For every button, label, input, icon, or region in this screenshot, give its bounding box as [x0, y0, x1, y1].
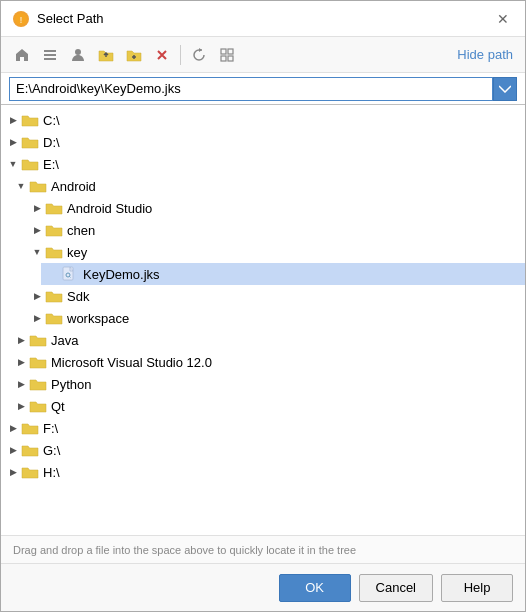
list-view-button[interactable]	[37, 42, 63, 68]
svg-rect-8	[221, 56, 226, 61]
label-workspace: workspace	[67, 311, 129, 326]
status-bar: Drag and drop a file into the space abov…	[1, 535, 525, 563]
folder-chen-icon	[45, 223, 63, 237]
label-qt: Qt	[51, 399, 65, 414]
tree-item-f[interactable]: ▶ F:\	[1, 417, 525, 439]
expand-c-icon[interactable]: ▶	[5, 112, 21, 128]
home-button[interactable]	[9, 42, 35, 68]
dropdown-arrow-icon	[499, 85, 511, 93]
label-keydemo: KeyDemo.jks	[83, 267, 160, 282]
toolbar-separator	[180, 45, 181, 65]
tree-item-d[interactable]: ▶ D:\	[1, 131, 525, 153]
folder-mvs-icon	[29, 355, 47, 369]
tree-item-h[interactable]: ▶ H:\	[1, 461, 525, 483]
delete-button[interactable]	[149, 42, 175, 68]
expand-chen-icon[interactable]: ▶	[29, 222, 45, 238]
folder-d-icon	[21, 135, 39, 149]
toolbar: Hide path	[1, 37, 525, 73]
new-folder-button[interactable]	[121, 42, 147, 68]
expand-android-icon[interactable]: ▼	[13, 178, 29, 194]
tree-item-android[interactable]: ▼ Android	[9, 175, 525, 197]
status-text: Drag and drop a file into the space abov…	[13, 544, 356, 556]
folder-qt-icon	[29, 399, 47, 413]
tree-item-key[interactable]: ▼ key	[25, 241, 525, 263]
folder-e-icon	[21, 157, 39, 171]
folder-g-icon	[21, 443, 39, 457]
svg-rect-3	[44, 54, 56, 56]
label-key: key	[67, 245, 87, 260]
hide-path-button[interactable]: Hide path	[453, 45, 517, 64]
tree-item-android-studio[interactable]: ▶ Android Studio	[25, 197, 525, 219]
label-python: Python	[51, 377, 91, 392]
expand-qt-icon[interactable]: ▶	[13, 398, 29, 414]
label-java: Java	[51, 333, 78, 348]
title-bar: ! Select Path ✕	[1, 1, 525, 37]
expand-h-icon[interactable]: ▶	[5, 464, 21, 480]
expand-workspace-icon[interactable]: ▶	[29, 310, 45, 326]
tree-item-e[interactable]: ▼ E:\	[1, 153, 525, 175]
tree-item-keydemo[interactable]: KeyDemo.jks	[41, 263, 525, 285]
svg-rect-7	[228, 49, 233, 54]
refresh-icon	[191, 47, 207, 63]
expand-f-icon[interactable]: ▶	[5, 420, 21, 436]
footer: OK Cancel Help	[1, 563, 525, 611]
folder-python-icon	[29, 377, 47, 391]
label-android: Android	[51, 179, 96, 194]
folder-workspace-icon	[45, 311, 63, 325]
expand-e-icon[interactable]: ▼	[5, 156, 21, 172]
folder-android-icon	[29, 179, 47, 193]
expand-g-icon[interactable]: ▶	[5, 442, 21, 458]
tree-item-c[interactable]: ▶ C:\	[1, 109, 525, 131]
home-icon	[14, 47, 30, 63]
expand-d-icon[interactable]: ▶	[5, 134, 21, 150]
grid-icon	[219, 47, 235, 63]
dialog-title: Select Path	[37, 11, 104, 26]
expand-sdk-icon[interactable]: ▶	[29, 288, 45, 304]
folder-up-button[interactable]	[93, 42, 119, 68]
new-folder-icon	[126, 47, 142, 63]
folder-java-icon	[29, 333, 47, 347]
label-chen: chen	[67, 223, 95, 238]
path-input[interactable]	[9, 77, 493, 101]
svg-rect-9	[228, 56, 233, 61]
expand-java-icon[interactable]: ▶	[13, 332, 29, 348]
label-android-studio: Android Studio	[67, 201, 152, 216]
tree-item-python[interactable]: ▶ Python	[9, 373, 525, 395]
expand-mvs-icon[interactable]: ▶	[13, 354, 29, 370]
grid-button[interactable]	[214, 42, 240, 68]
svg-rect-2	[44, 50, 56, 52]
tree-item-mvs[interactable]: ▶ Microsoft Visual Studio 12.0	[9, 351, 525, 373]
tree-item-java[interactable]: ▶ Java	[9, 329, 525, 351]
help-button[interactable]: Help	[441, 574, 513, 602]
select-path-dialog: ! Select Path ✕	[0, 0, 526, 612]
tree-item-chen[interactable]: ▶ chen	[25, 219, 525, 241]
label-f: F:\	[43, 421, 58, 436]
user-button[interactable]	[65, 42, 91, 68]
path-dropdown-button[interactable]	[493, 77, 517, 101]
path-bar	[1, 73, 525, 105]
cancel-button[interactable]: Cancel	[359, 574, 433, 602]
svg-rect-4	[44, 58, 56, 60]
dialog-icon: !	[13, 11, 29, 27]
label-c: C:\	[43, 113, 60, 128]
tree-item-g[interactable]: ▶ G:\	[1, 439, 525, 461]
tree-item-workspace[interactable]: ▶ workspace	[25, 307, 525, 329]
expand-python-icon[interactable]: ▶	[13, 376, 29, 392]
ok-button[interactable]: OK	[279, 574, 351, 602]
tree-item-sdk[interactable]: ▶ Sdk	[25, 285, 525, 307]
close-button[interactable]: ✕	[493, 9, 513, 29]
expand-android-studio-icon[interactable]: ▶	[29, 200, 45, 216]
refresh-button[interactable]	[186, 42, 212, 68]
folder-android-studio-icon	[45, 201, 63, 215]
svg-point-5	[75, 49, 81, 55]
tree-item-qt[interactable]: ▶ Qt	[9, 395, 525, 417]
file-keydemo-icon	[61, 266, 79, 282]
folder-key-icon	[45, 245, 63, 259]
folder-up-icon	[98, 47, 114, 63]
delete-icon	[154, 47, 170, 63]
svg-rect-6	[221, 49, 226, 54]
svg-text:!: !	[20, 15, 23, 25]
file-tree[interactable]: ▶ C:\ ▶ D:\ ▼ E:\ ▼	[1, 105, 525, 535]
expand-key-icon[interactable]: ▼	[29, 244, 45, 260]
list-icon	[42, 47, 58, 63]
